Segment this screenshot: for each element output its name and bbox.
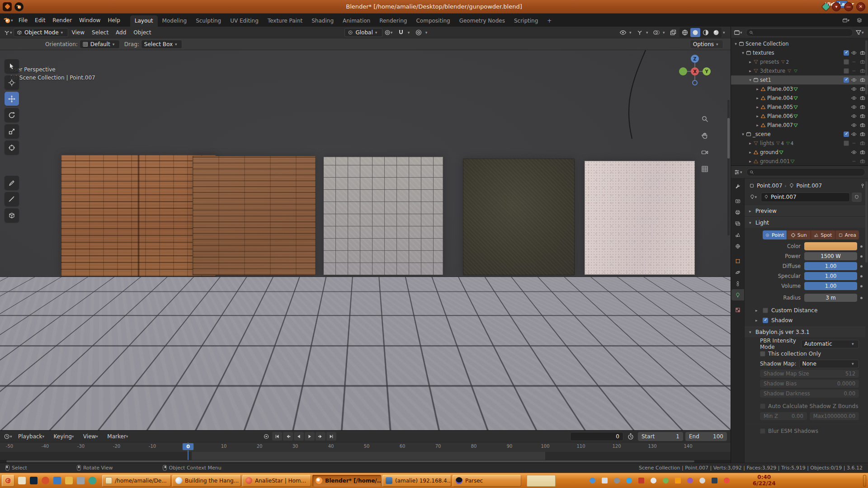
properties-scrollbar[interactable]	[865, 181, 868, 263]
outliner-row[interactable]: ▾_scene	[731, 130, 868, 139]
window-menu-button[interactable]: ▾	[832, 2, 841, 11]
input-tray-icon[interactable]	[699, 477, 706, 484]
workspace-tab-sculpting[interactable]: Sculpting	[191, 15, 226, 27]
jump-to-next-keyframe-button[interactable]	[316, 432, 326, 441]
menu-help[interactable]: Help	[104, 17, 123, 23]
disclosure-icon[interactable]: ▾	[747, 78, 753, 82]
properties-tab-texture[interactable]	[731, 304, 744, 315]
workspace-tab-scripting[interactable]: Scripting	[509, 15, 542, 27]
snap-dropdown-caret[interactable]	[408, 30, 412, 35]
viewport-menu-add[interactable]: Add	[112, 29, 130, 36]
outliner-row[interactable]: ▸presets2	[731, 57, 868, 66]
frame-end-field[interactable]: End 100	[685, 432, 727, 441]
jump-to-end-button[interactable]	[326, 432, 336, 441]
jump-to-start-button[interactable]	[272, 432, 282, 441]
options-dropdown[interactable]: Options	[690, 40, 723, 49]
disclosure-icon[interactable]: ▸	[755, 96, 760, 100]
collection-only-checkbox[interactable]	[760, 351, 765, 357]
outliner-row[interactable]: ▾set1	[731, 75, 868, 84]
snap-toggle[interactable]	[396, 28, 406, 37]
panel-light[interactable]: Light	[745, 217, 865, 228]
fake-user-button[interactable]	[852, 192, 862, 202]
min-z-field[interactable]: Min Z 0.00	[760, 412, 807, 420]
camera-view-button[interactable]	[699, 147, 710, 158]
outliner-row[interactable]: ▸3dtexture	[731, 66, 868, 75]
texture-plane-marble[interactable]	[585, 161, 695, 275]
custom-distance-checkbox[interactable]	[763, 308, 768, 313]
hide-viewport-icon[interactable]	[850, 148, 858, 157]
panel-babylon[interactable]: Babylon.js ver 3.3.1	[745, 327, 865, 337]
disclosure-icon[interactable]: ▸	[747, 60, 753, 64]
messaging-tray-icon[interactable]	[675, 477, 681, 484]
show-overlays-button[interactable]	[651, 28, 661, 37]
shadow-checkbox[interactable]	[763, 318, 768, 323]
disclosure-icon[interactable]: ▸	[747, 150, 753, 155]
exclude-checkbox[interactable]	[844, 50, 849, 56]
window-close-button[interactable]: ✕	[856, 2, 865, 11]
pivot-point-button[interactable]	[384, 28, 394, 37]
play-button[interactable]	[305, 432, 315, 441]
workspace-tab-animation[interactable]: Animation	[338, 15, 375, 27]
pin-id-icon[interactable]	[860, 183, 865, 188]
proportional-edit-button[interactable]	[414, 28, 424, 37]
outliner-filter-button[interactable]	[855, 28, 865, 37]
properties-tab-render[interactable]	[731, 195, 744, 206]
exclude-checkbox[interactable]	[844, 141, 849, 146]
outliner-row[interactable]: ▸lights44	[731, 139, 868, 148]
shadow-map-size-field[interactable]: Shadow Map Size 512	[760, 370, 859, 378]
outliner-row[interactable]: ▸Plane.003	[731, 84, 868, 94]
security-tray-icon[interactable]	[711, 477, 718, 484]
drag-setting-dropdown[interactable]: Select Box	[141, 40, 182, 49]
exclude-checkbox[interactable]	[844, 77, 849, 83]
mode-dropdown[interactable]: Object Mode	[14, 28, 68, 37]
disclosure-icon[interactable]: ▸	[747, 69, 753, 73]
taskbar-window-remote[interactable]: (amalie) 192.168.4...	[382, 475, 451, 487]
light-color-swatch[interactable]	[804, 242, 857, 250]
menu-edit[interactable]: Edit	[31, 17, 49, 23]
shadow-bias-field[interactable]: Shadow Bias 0.0000	[760, 380, 859, 388]
light-type-point[interactable]: Point	[763, 230, 787, 239]
properties-tab-object[interactable]	[731, 255, 744, 267]
workspace-tab--[interactable]: +	[542, 15, 556, 27]
bluetooth-tray-icon[interactable]	[626, 477, 632, 484]
properties-tab-world[interactable]	[731, 240, 744, 252]
jump-to-prev-keyframe-button[interactable]	[283, 432, 293, 441]
play-reverse-button[interactable]	[294, 432, 304, 441]
radius-field[interactable]: 3 m	[804, 294, 857, 302]
tool-add-cube[interactable]	[5, 208, 19, 222]
updates-tray-icon[interactable]	[662, 477, 669, 484]
animate-dot[interactable]	[860, 275, 863, 277]
menu-window[interactable]: Window	[75, 17, 104, 23]
taskbar-window-blender[interactable]: Blender* [/home/...	[312, 475, 381, 487]
outliner-row[interactable]: ▸ground	[731, 148, 868, 157]
workspace-tab-texture-paint[interactable]: Texture Paint	[263, 15, 307, 27]
viewport-scrollbar[interactable]	[727, 100, 730, 235]
screenshot-tray-icon[interactable]	[650, 477, 657, 484]
window-minimize-button[interactable]: —	[844, 2, 853, 11]
disclosure-icon[interactable]: ▸	[755, 123, 760, 127]
terminal-launcher[interactable]	[28, 475, 39, 486]
folder-launcher[interactable]	[63, 475, 74, 486]
tool-scale[interactable]	[5, 124, 19, 138]
hide-viewport-icon[interactable]	[850, 94, 858, 103]
hide-viewport-icon[interactable]	[850, 130, 858, 139]
exclude-checkbox[interactable]	[844, 59, 849, 65]
hidden-icon[interactable]	[850, 57, 858, 66]
animate-dot[interactable]	[860, 265, 863, 267]
hidden-icon[interactable]	[850, 66, 858, 75]
disclosure-icon[interactable]: ▸	[755, 105, 760, 109]
tool-transform[interactable]	[5, 141, 19, 155]
gizmo-neg-z-axis[interactable]	[692, 80, 698, 85]
properties-tab-output[interactable]	[731, 206, 744, 218]
disclosure-icon[interactable]: ▸	[747, 159, 753, 164]
properties-tab-data[interactable]	[731, 289, 744, 300]
gizmo-z-axis[interactable]: Z	[691, 55, 699, 63]
light-name-field[interactable]: Point.007	[761, 192, 850, 202]
scene-browse-icon[interactable]	[842, 16, 852, 25]
timeline-scrollbar[interactable]	[0, 460, 731, 463]
tool-annotate[interactable]	[5, 176, 19, 190]
files-launcher[interactable]	[16, 475, 27, 486]
diffuse-slider[interactable]: 1.00	[804, 262, 857, 270]
custom-distance-panel[interactable]: Custom Distance	[745, 305, 865, 315]
blur-esm-checkbox[interactable]	[760, 428, 765, 434]
